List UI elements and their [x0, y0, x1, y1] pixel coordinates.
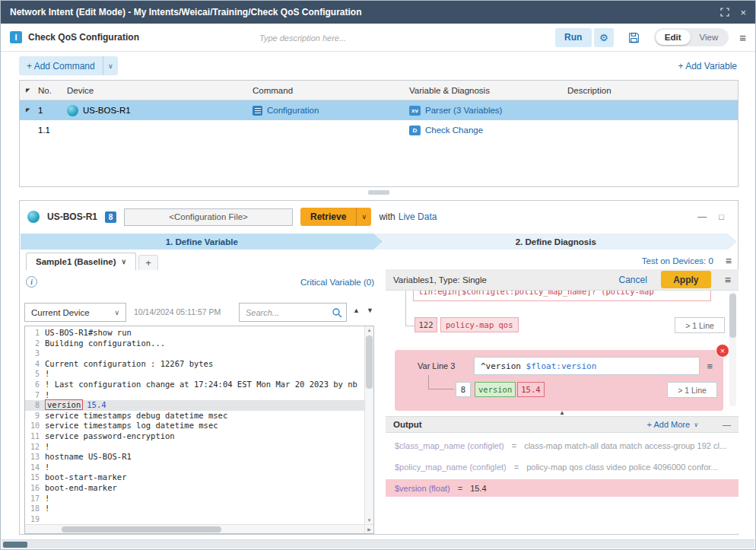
- code-line: 9service timestamps debug datetime msec: [25, 411, 364, 421]
- configuration-icon: [253, 106, 262, 116]
- add-command-chevron-icon[interactable]: ∨: [103, 56, 118, 75]
- device-icon: [27, 211, 40, 223]
- parser-link[interactable]: Parser (3 Variables): [425, 106, 502, 115]
- tab-sample1-baseline[interactable]: Sample1 (Baseline) ∨: [26, 253, 136, 270]
- var-line-3-block: × Var Line 3 ^version $float:version ≡ 8…: [395, 350, 723, 411]
- delete-var-line-icon[interactable]: ×: [716, 344, 729, 358]
- info-icon[interactable]: i: [26, 276, 37, 288]
- view-mode-button[interactable]: View: [691, 30, 728, 45]
- cancel-button[interactable]: Cancel: [618, 275, 646, 285]
- scroll-up-icon[interactable]: ▲: [559, 409, 565, 416]
- description-input[interactable]: [259, 30, 373, 46]
- close-icon[interactable]: ×: [740, 8, 746, 17]
- scroll-down-icon[interactable]: ▼: [365, 518, 373, 523]
- col-command: Command: [253, 86, 409, 95]
- horizontal-scroll-thumb[interactable]: [3, 542, 27, 548]
- run-button[interactable]: Run: [555, 28, 592, 47]
- code-line: 16boot-end-marker: [25, 483, 364, 494]
- run-settings-gear-icon[interactable]: ⚙: [594, 28, 614, 47]
- col-no: No.: [38, 86, 67, 95]
- sample-line-number: 8: [456, 382, 471, 397]
- search-input[interactable]: [240, 304, 346, 321]
- step-define-variable[interactable]: 1. Define Variable: [21, 234, 383, 250]
- editor-horizontal-scrollbar[interactable]: [25, 524, 364, 533]
- matched-line-number: 122: [415, 317, 437, 332]
- header-menu-icon[interactable]: ≡: [739, 31, 746, 44]
- device-select[interactable]: Current Device ∨: [24, 303, 126, 322]
- check-change-link[interactable]: Check Change: [425, 126, 483, 135]
- add-more-link[interactable]: + Add More ∨: [647, 420, 698, 429]
- row-no: 1: [38, 106, 67, 115]
- horizontal-scroll-thumb[interactable]: [62, 526, 221, 533]
- critical-variable-link[interactable]: Critical Variable (0): [300, 278, 374, 287]
- pattern-menu-icon[interactable]: ≡: [707, 361, 713, 372]
- editor-vertical-scrollbar[interactable]: ▲ ▼: [364, 326, 373, 524]
- device-cell: US-BOS-R1: [67, 105, 253, 116]
- live-data-link[interactable]: Live Data: [399, 211, 437, 222]
- code-line: 19: [25, 514, 364, 524]
- minimize-panel-icon[interactable]: —: [697, 211, 707, 222]
- step-define-diagnosis[interactable]: 2. Define Diagnosis: [375, 234, 738, 250]
- code-line-highlighted: 8 version15.4: [25, 400, 364, 411]
- retrieve-label[interactable]: Retrieve: [300, 208, 356, 226]
- splitter-grip[interactable]: [368, 190, 389, 195]
- add-sample-tab-button[interactable]: +: [138, 255, 158, 270]
- search-icon[interactable]: [331, 307, 343, 322]
- table-row-1-1[interactable]: 1.1 D Check Change: [20, 120, 738, 140]
- code-line: 10service timestamps log datetime msec: [25, 421, 364, 431]
- vertical-scroll-thumb[interactable]: [366, 335, 373, 389]
- device-bar: US-BOS-R1 8 Retrieve ∨ with Live Data — …: [20, 201, 738, 233]
- add-command-label[interactable]: + Add Command: [19, 56, 103, 75]
- command-cell: Configuration: [253, 106, 409, 116]
- code-line: 11service password-encryption: [25, 431, 364, 442]
- tabs-menu-icon[interactable]: ≡: [726, 255, 732, 267]
- window-horizontal-scrollbar[interactable]: [2, 539, 754, 548]
- add-variable-link[interactable]: + Add Variable: [678, 61, 737, 72]
- search-prev-icon[interactable]: ▲: [353, 307, 360, 314]
- parser-vertical-scrollbar[interactable]: [729, 292, 736, 406]
- clipped-parser-line[interactable]: lin:egin[$configlet:policy_map_name]? (p…: [413, 291, 711, 301]
- pattern-input[interactable]: ^version $float:version: [474, 357, 700, 375]
- parser-panel: Variables1, Type: Single Cancel Apply ≡ …: [386, 269, 739, 533]
- test-on-devices-link[interactable]: Test on Devices: 0: [642, 256, 713, 265]
- configuration-link[interactable]: Configuration: [267, 106, 319, 115]
- vertical-scroll-thumb[interactable]: [729, 294, 736, 338]
- collapse-output-icon[interactable]: —: [723, 420, 731, 429]
- config-file-input[interactable]: [124, 208, 293, 226]
- retrieve-button[interactable]: Retrieve ∨: [300, 208, 371, 226]
- retrieve-chevron-icon[interactable]: ∨: [356, 208, 371, 226]
- window-title: Network Intent (Edit Mode) - My Intents/…: [10, 7, 710, 17]
- output-row[interactable]: $policy_map_name (configlet) = policy-ma…: [386, 458, 739, 475]
- code-line: 15boot-start-marker: [25, 472, 364, 483]
- output-row[interactable]: $class_map_name (configlet) = class-map …: [386, 437, 739, 454]
- tab-chevron-icon[interactable]: ∨: [121, 258, 126, 265]
- device-name: US-BOS-R1: [47, 211, 97, 222]
- expand-window-icon[interactable]: [720, 8, 729, 17]
- save-icon[interactable]: [627, 31, 640, 44]
- parser-menu-icon[interactable]: ≡: [725, 274, 731, 286]
- code-line: 6! Last configuration change at 17:24:04…: [25, 380, 364, 390]
- sample-timestamp: 10/14/2024 05:11:57 PM: [134, 307, 221, 316]
- table-row-1[interactable]: ◤ 1 US-BOS-R1 Configuration xv Parser (3…: [20, 100, 738, 120]
- output-row-highlighted[interactable]: $version (float) = 15.4: [386, 479, 739, 497]
- line-count-button[interactable]: > 1 Line: [667, 382, 717, 398]
- command-table: ◤ No. Device Command Variable & Diagnosi…: [19, 80, 739, 187]
- scroll-right-icon[interactable]: ▶: [364, 524, 373, 533]
- row-no: 1.1: [38, 126, 67, 135]
- code-line: 13hostname US-BOS-R1: [25, 452, 364, 463]
- search-next-icon[interactable]: ▼: [367, 307, 373, 314]
- line-count-button[interactable]: > 1 Line: [675, 317, 725, 333]
- add-command-button[interactable]: + Add Command ∨: [19, 56, 118, 75]
- maximize-panel-icon[interactable]: □: [719, 212, 724, 221]
- var-line-pattern-row: Var Line 3 ^version $float:version ≡: [418, 357, 713, 375]
- search-box: [239, 303, 347, 322]
- code-line: 3: [25, 348, 364, 359]
- edit-mode-button[interactable]: Edit: [656, 30, 691, 45]
- scroll-up-icon[interactable]: ▲: [365, 328, 373, 332]
- collapse-row-icon[interactable]: ◤: [20, 107, 38, 113]
- apply-button[interactable]: Apply: [661, 271, 711, 288]
- diagnosis-icon: D: [409, 126, 421, 135]
- col-device: Device: [67, 86, 253, 95]
- collapse-all-icon[interactable]: ◤: [20, 87, 38, 94]
- config-text-editor[interactable]: 1US-BOS-R1#show run 2Building configurat…: [24, 326, 374, 534]
